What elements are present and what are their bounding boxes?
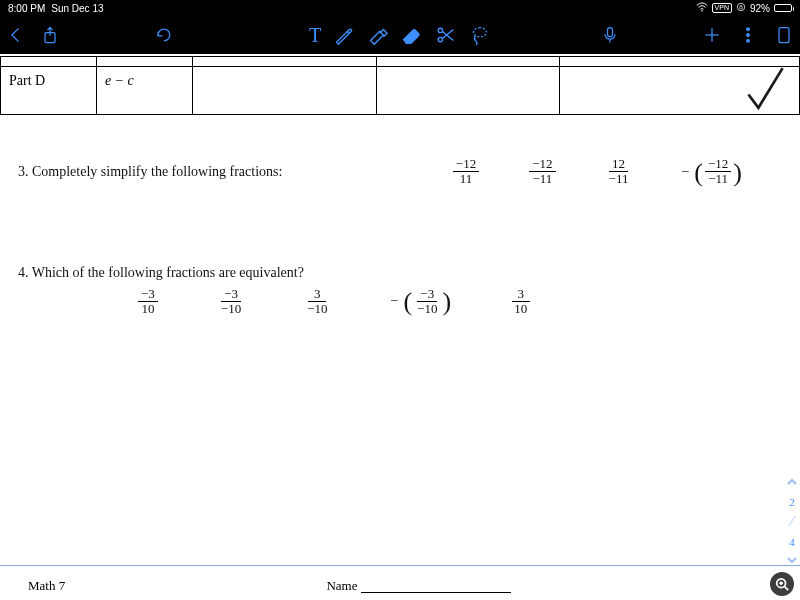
eraser-tool-button[interactable] [401,24,423,46]
part-label-cell: Part D [1,67,97,115]
svg-rect-14 [779,28,789,43]
worksheet-footer: Math 7 Name Per [0,565,800,600]
checkmark-annotation [743,61,787,121]
q4-fractions: −310−3−103−10−(−3−10)310 [138,287,772,317]
undo-button[interactable] [154,25,174,45]
negated-fraction: −(−3−10) [391,287,452,317]
fraction: −12−11 [705,157,731,187]
more-button[interactable] [738,25,758,45]
svg-line-7 [442,30,453,39]
svg-line-6 [442,31,453,40]
svg-rect-8 [608,28,613,37]
text-tool-button[interactable]: T [309,24,321,47]
svg-point-13 [747,40,750,43]
microphone-button[interactable] [600,25,620,45]
current-page: 2 [789,496,795,508]
page-up-button[interactable] [786,476,798,490]
svg-point-1 [737,3,745,11]
worksheet-document[interactable]: Part D e − c 3. Completely simplify the … [0,56,800,600]
question-4: 4. Which of the following fractions are … [0,247,800,317]
question-3: 3. Completely simplify the following fra… [0,139,800,187]
fraction: −3−10 [218,287,244,317]
q3-prompt: 3. Completely simplify the following fra… [18,164,282,180]
q4-prompt: 4. Which of the following fractions are … [18,265,772,281]
name-field: Name [326,578,511,594]
part-expr-cell: e − c [96,67,192,115]
page-view-button[interactable] [774,25,794,45]
back-button[interactable] [6,25,26,45]
wifi-icon [696,1,708,15]
svg-point-11 [747,28,750,31]
zoom-in-button[interactable] [770,572,794,596]
fraction: −310 [138,287,158,317]
status-date: Sun Dec 13 [51,3,103,14]
q3-fractions: −1211−12−1112−11−(−12−11) [453,157,742,187]
highlighter-tool-button[interactable] [367,24,389,46]
ios-status-bar: 8:00 PM Sun Dec 13 VPN 92% [0,0,800,16]
total-pages: 4 [789,536,795,548]
course-label: Math 7 [28,578,65,594]
negated-fraction: −(−12−11) [681,157,742,187]
fraction: 3−10 [304,287,330,317]
part-table: Part D e − c [0,56,800,115]
battery-icon [774,4,792,12]
svg-point-12 [747,34,750,37]
svg-point-0 [701,10,703,12]
fraction: 310 [511,287,530,317]
vpn-badge: VPN [712,3,732,13]
fraction: −3−10 [414,287,440,317]
app-toolbar: T [0,16,800,54]
svg-line-16 [785,587,789,591]
orientation-lock-icon [736,2,746,14]
add-button[interactable] [702,25,722,45]
status-time: 8:00 PM [8,3,45,14]
fraction: −1211 [453,157,479,187]
page-sep: ∕ [791,514,793,530]
lasso-tool-button[interactable] [469,24,491,46]
share-button[interactable] [40,25,60,45]
battery-pct: 92% [750,3,770,14]
pen-tool-button[interactable] [333,24,355,46]
page-nav[interactable]: 2 ∕ 4 [786,476,798,568]
fraction: −12−11 [529,157,555,187]
scissors-tool-button[interactable] [435,24,457,46]
fraction: 12−11 [606,157,632,187]
